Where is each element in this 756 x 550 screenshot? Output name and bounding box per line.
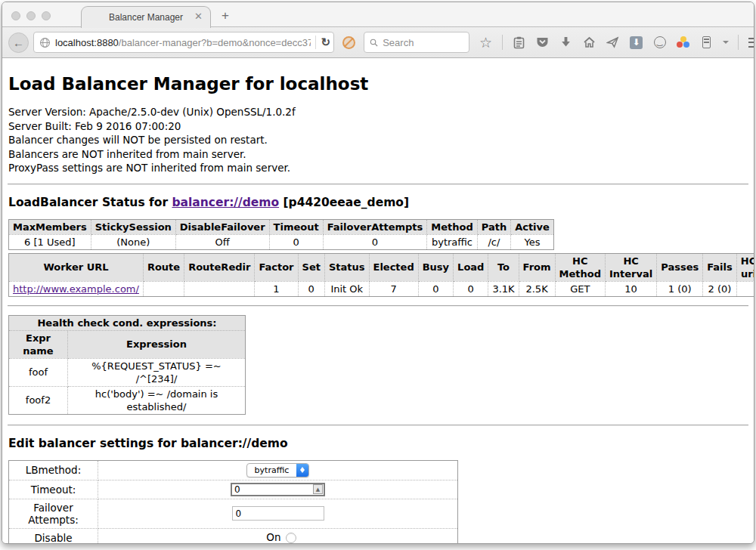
timeout-input-wrap: ▲ [231, 483, 325, 496]
browser-window: Balancer Manager ✕ + ← localhost:8880/ba… [2, 2, 754, 544]
worker-header-row: Worker URL Route RouteRedir Factor Set S… [9, 253, 754, 281]
lbmethod-label: LBmethod: [9, 460, 98, 480]
col-hc-interval: HC Interval [605, 253, 656, 281]
section-divider [8, 184, 748, 185]
home-icon[interactable] [582, 36, 596, 50]
cell-passes: 1 (0) [657, 281, 703, 296]
search-input[interactable] [383, 37, 463, 48]
health-row-foof2: foof2 hc('body') =~ /domain is establish… [9, 386, 246, 414]
failover-input[interactable] [232, 506, 324, 521]
col-from: From [519, 253, 555, 281]
status-heading-suffix: [p4420eeae_demo] [279, 196, 409, 209]
timeout-row: Timeout: ▲ [9, 480, 458, 499]
timeout-input[interactable] [232, 484, 313, 495]
col-timeout: Timeout [269, 219, 323, 234]
downloadhelper-icon[interactable] [676, 36, 690, 50]
cell-maxmembers: 6 [1 Used] [9, 234, 91, 249]
search-icon [370, 38, 378, 48]
failover-row: Failover Attempts: [9, 499, 458, 528]
col-expression: Expression [68, 330, 246, 358]
col-hc-method: HC Method [555, 253, 605, 281]
feedback-smiley-icon[interactable]: ‿ [652, 36, 667, 50]
cell-worker-url: http://www.example.com/ [9, 281, 144, 296]
lbmethod-select[interactable]: bytraffic [246, 463, 310, 477]
cell-expression: %{REQUEST_STATUS} =~ /^[234]/ [68, 358, 246, 386]
toolbar-divider-2 [738, 35, 739, 50]
col-path: Path [477, 219, 510, 234]
col-fails: Fails [703, 253, 737, 281]
cell-path: /c/ [477, 234, 510, 249]
content-blocked-icon[interactable] [342, 36, 355, 49]
send-page-icon[interactable] [606, 36, 620, 50]
url-bar[interactable]: localhost:8880/balancer-manager?b=demo&n… [33, 32, 334, 53]
new-tab-button[interactable]: + [222, 8, 229, 23]
cell-load: 0 [454, 281, 488, 296]
col-disablefailover: DisableFailover [175, 219, 269, 234]
health-caption: Health check cond. expressions: [9, 315, 246, 330]
cell-stickysession: (None) [91, 234, 175, 249]
col-status: Status [324, 253, 369, 281]
worker-table: Worker URL Route RouteRedir Factor Set S… [8, 253, 754, 297]
col-active: Active [511, 219, 554, 234]
health-row-foof: foof %{REQUEST_STATUS} =~ /^[234]/ [9, 358, 246, 386]
worker-data-row: http://www.example.com/ 1 0 Init Ok 7 0 … [9, 281, 754, 296]
globe-icon [39, 37, 51, 48]
lbmethod-row: LBmethod: bytraffic [9, 460, 458, 480]
balancer-header-row: MaxMembers StickySession DisableFailover… [9, 219, 554, 234]
window-close-button[interactable] [11, 11, 20, 20]
window-minimize-button[interactable] [26, 11, 36, 20]
server-version-line: Server Version: Apache/2.5.0-dev (Unix) … [8, 105, 748, 119]
search-bar[interactable] [364, 32, 469, 53]
col-expr-name: Expr name [9, 330, 68, 358]
tab-balancer-manager[interactable]: Balancer Manager ✕ [81, 6, 211, 28]
window-controls [11, 11, 51, 20]
health-header-row: Expr name Expression [9, 330, 246, 358]
cell-status: Init Ok [324, 281, 369, 296]
col-set: Set [298, 253, 324, 281]
cell-fails: 2 (0) [703, 281, 737, 296]
cell-from: 2.5K [519, 281, 555, 296]
back-arrow-icon: ← [13, 36, 24, 49]
back-button[interactable]: ← [8, 32, 29, 53]
cell-failoverattempts: 0 [323, 234, 427, 249]
number-spinner-icon[interactable]: ▲ [313, 484, 323, 494]
cell-to: 3.1K [488, 281, 519, 296]
url-host: localhost:8880 [55, 37, 119, 48]
cell-active: Yes [511, 234, 554, 249]
cell-disablefailover: Off [175, 234, 269, 249]
lbmethod-selected-value: bytraffic [247, 464, 297, 477]
col-route: Route [143, 253, 184, 281]
container-icon[interactable] [699, 36, 714, 50]
tab-close-icon[interactable]: ✕ [194, 11, 203, 22]
cell-expr-name: foof [9, 358, 68, 386]
cell-timeout: 0 [269, 234, 323, 249]
reload-button[interactable]: ↻ [321, 36, 330, 49]
downloads-icon[interactable] [559, 36, 573, 50]
urlbar-divider [315, 36, 316, 49]
url-text[interactable]: localhost:8880/balancer-manager?b=demo&n… [55, 37, 311, 48]
overflow-caret-icon[interactable] [723, 41, 729, 47]
tab-strip: Balancer Manager ✕ + [2, 2, 754, 27]
menu-hamburger-icon[interactable] [748, 36, 754, 50]
worker-url-link[interactable]: http://www.example.com/ [13, 283, 139, 295]
cell-set: 0 [298, 281, 324, 296]
col-stickysession: StickySession [91, 219, 175, 234]
clipboard-icon[interactable] [512, 36, 526, 50]
timeout-label: Timeout: [9, 480, 98, 499]
proxypass-notice-line: ProxyPass settings are NOT inherited fro… [8, 161, 748, 175]
failover-on-radio[interactable] [286, 533, 296, 543]
extension-download-icon[interactable]: ⬇ [629, 36, 643, 50]
page-content: Load Balancer Manager for localhost Serv… [2, 58, 754, 543]
col-hc-uri: HC uri [736, 253, 754, 281]
radio-on-label: On [260, 531, 281, 543]
col-passes: Passes [657, 253, 703, 281]
bookmark-star-icon[interactable]: ☆ [479, 36, 493, 50]
navigation-toolbar: ← localhost:8880/balancer-manager?b=demo… [2, 27, 754, 58]
failover-label: Failover Attempts: [9, 499, 98, 528]
window-zoom-button[interactable] [42, 11, 51, 20]
toolbar-icons: ☆ ⬇ ‿ [479, 35, 754, 50]
cell-hc-method: GET [555, 281, 605, 296]
pocket-icon[interactable] [535, 36, 550, 50]
balancer-link[interactable]: balancer://demo [172, 196, 279, 209]
cell-hc-interval: 10 [605, 281, 656, 296]
